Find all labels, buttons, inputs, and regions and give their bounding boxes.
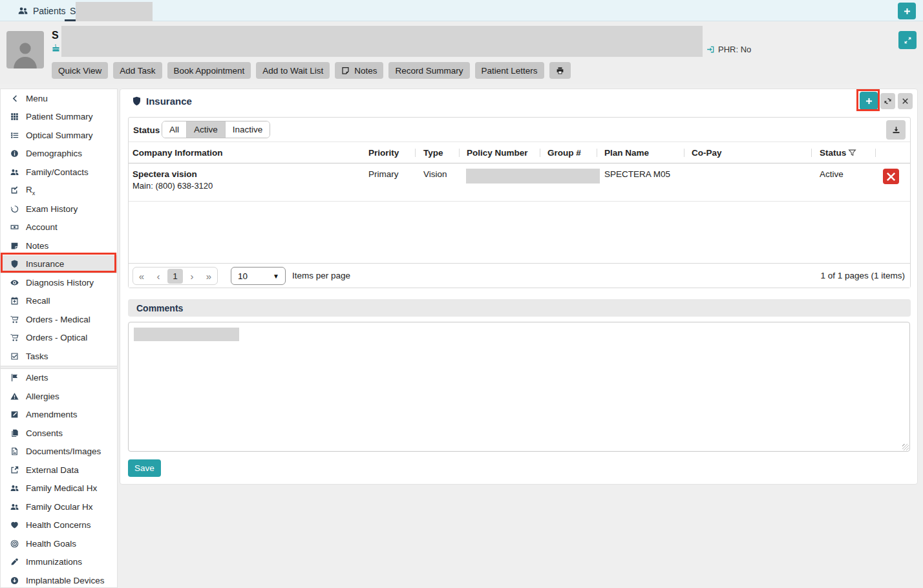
- sidebar-item-menu[interactable]: Menu: [1, 89, 117, 108]
- status-option-all[interactable]: All: [162, 121, 187, 138]
- pencil-solid-icon: [8, 410, 20, 419]
- delete-insurance-button[interactable]: [883, 169, 899, 184]
- add-insurance-button[interactable]: [860, 92, 878, 110]
- sidebar-item-health-concerns[interactable]: Health Concerns: [1, 516, 117, 535]
- grid-pager: « ‹ 1 › » 10 ▼ Items per page 1 of 1 pag…: [129, 263, 910, 288]
- action-button-book-appointment[interactable]: Book Appointment: [167, 62, 251, 79]
- sidebar-item-implantable-devices[interactable]: Implantable Devices: [1, 571, 117, 588]
- sidebar-item-tasks[interactable]: Tasks: [1, 347, 117, 366]
- download-button[interactable]: [886, 120, 906, 140]
- action-button-add-to-wait-list[interactable]: Add to Wait List: [256, 62, 330, 79]
- column-header-plan-name[interactable]: Plan Name: [604, 142, 649, 163]
- items-per-page-value: 10: [238, 271, 248, 281]
- grid-toolbar: Status AllActiveInactive: [129, 118, 910, 142]
- sidebar-item-optical-summary[interactable]: Optical Summary: [1, 126, 117, 145]
- print-icon: [556, 67, 564, 75]
- column-separator: [415, 149, 416, 157]
- sidebar-item-allergies[interactable]: Allergies: [1, 387, 117, 406]
- sidebar-item-documents-images[interactable]: Documents/Images: [1, 443, 117, 461]
- prev-page-button[interactable]: ‹: [150, 268, 167, 284]
- action-button-quick-view[interactable]: Quick View: [52, 62, 108, 79]
- sidebar-item-account[interactable]: Account: [1, 218, 117, 237]
- sidebar-item-rx[interactable]: Rx: [1, 182, 117, 200]
- sidebar-item-orders-medical[interactable]: Orders - Medical: [1, 310, 117, 329]
- column-header-company-information[interactable]: Company Information: [133, 142, 223, 163]
- sidebar-item-orders-optical[interactable]: Orders - Optical: [1, 329, 117, 348]
- print-button[interactable]: [549, 62, 571, 79]
- sidebar-item-external-data[interactable]: External Data: [1, 461, 117, 479]
- sidebar-item-patient-summary[interactable]: Patient Summary: [1, 108, 117, 127]
- delete-x-icon: [886, 172, 896, 182]
- patient-action-buttons: Quick ViewAdd TaskBook AppointmentAdd to…: [52, 62, 571, 79]
- sidebar-item-label: Consents: [26, 428, 63, 438]
- insurance-panel: Insurance Status AllActiveInactive Compa…: [120, 89, 918, 485]
- shield-icon: [8, 260, 20, 268]
- panel-title: Insurance: [132, 96, 192, 107]
- last-page-button[interactable]: »: [200, 268, 217, 284]
- tab-patients[interactable]: Patients: [18, 0, 66, 21]
- sidebar-item-family-ocular-hx[interactable]: Family Ocular Hx: [1, 498, 117, 516]
- sidebar-item-diagnosis-history[interactable]: Diagnosis History: [1, 273, 117, 292]
- save-button[interactable]: Save: [128, 459, 161, 477]
- next-page-button[interactable]: ›: [184, 268, 200, 284]
- status-option-inactive[interactable]: Inactive: [226, 121, 270, 138]
- refresh-button[interactable]: [880, 93, 895, 109]
- patient-avatar: [6, 31, 44, 68]
- th-icon: [8, 112, 20, 121]
- status-option-active[interactable]: Active: [187, 121, 226, 138]
- comments-textarea[interactable]: [128, 322, 910, 452]
- caret-down-icon: ▼: [273, 273, 279, 280]
- sidebar-item-demographics[interactable]: Demographics: [1, 145, 117, 163]
- sidebar-item-alerts[interactable]: Alerts: [1, 369, 117, 388]
- sidebar-item-label: Orders - Optical: [26, 333, 87, 342]
- items-per-page-select[interactable]: 10 ▼: [231, 267, 286, 285]
- phr-label: PHR: No: [718, 45, 751, 54]
- sidebar-item-family-medical-hx[interactable]: Family Medical Hx: [1, 479, 117, 498]
- sidebar-item-notes[interactable]: Notes: [1, 236, 117, 255]
- column-header-group-[interactable]: Group #: [547, 142, 581, 163]
- action-button-label: Quick View: [58, 66, 101, 76]
- add-patient-button[interactable]: [898, 3, 916, 19]
- action-button-label: Add Task: [120, 66, 155, 76]
- action-button-record-summary[interactable]: Record Summary: [388, 62, 469, 79]
- column-header-status[interactable]: Status: [820, 142, 846, 163]
- action-button-label: Patient Letters: [482, 66, 538, 76]
- tab-patients-label: Patients: [33, 6, 66, 16]
- sidebar-item-consents[interactable]: Consents: [1, 424, 117, 443]
- sidebar-item-family-contacts[interactable]: Family/Contacts: [1, 163, 117, 182]
- items-per-page-label: Items per page: [292, 264, 350, 288]
- column-header-priority[interactable]: Priority: [368, 142, 399, 163]
- resize-handle[interactable]: [902, 444, 909, 450]
- column-header-policy-number[interactable]: Policy Number: [467, 142, 528, 163]
- funnel-icon[interactable]: [848, 149, 856, 157]
- sidebar-item-health-goals[interactable]: Health Goals: [1, 534, 117, 553]
- column-separator: [597, 149, 597, 157]
- pencil-square-icon: [8, 186, 20, 194]
- column-header-type[interactable]: Type: [423, 142, 443, 163]
- close-panel-button[interactable]: [898, 93, 913, 109]
- sidebar-item-exam-history[interactable]: Exam History: [1, 200, 117, 218]
- table-row: Spectera vision Main: (800) 638-3120 Pri…: [129, 163, 910, 202]
- sidebar-item-immunizations[interactable]: Immunizations: [1, 553, 117, 572]
- sidebar-item-insurance[interactable]: Insurance: [1, 255, 117, 274]
- sidebar-item-label: Orders - Medical: [26, 315, 90, 324]
- first-page-button[interactable]: «: [133, 268, 150, 284]
- cell-company: Spectera vision Main: (800) 638-3120: [133, 169, 213, 191]
- bullseye-icon: [8, 540, 20, 548]
- cell-priority: Primary: [368, 169, 399, 179]
- sidebar-item-label: Optical Summary: [26, 131, 93, 140]
- column-header-co-pay[interactable]: Co-Pay: [692, 142, 722, 163]
- sidebar-item-label: Account: [26, 222, 58, 232]
- action-button-notes[interactable]: Notes: [335, 62, 383, 79]
- expand-button[interactable]: [898, 31, 917, 49]
- action-button-add-task[interactable]: Add Task: [113, 62, 162, 79]
- sidebar-item-amendments[interactable]: Amendments: [1, 406, 117, 425]
- current-page-button[interactable]: 1: [167, 269, 183, 284]
- users-icon: [18, 6, 28, 16]
- phr-status: PHR: No: [706, 45, 751, 54]
- action-button-patient-letters[interactable]: Patient Letters: [475, 62, 544, 79]
- users-icon: [8, 503, 20, 511]
- sidebar-item-recall[interactable]: Recall: [1, 292, 117, 311]
- tab-patient[interactable]: S: [70, 0, 76, 21]
- sidebar-item-label: Exam History: [26, 204, 78, 214]
